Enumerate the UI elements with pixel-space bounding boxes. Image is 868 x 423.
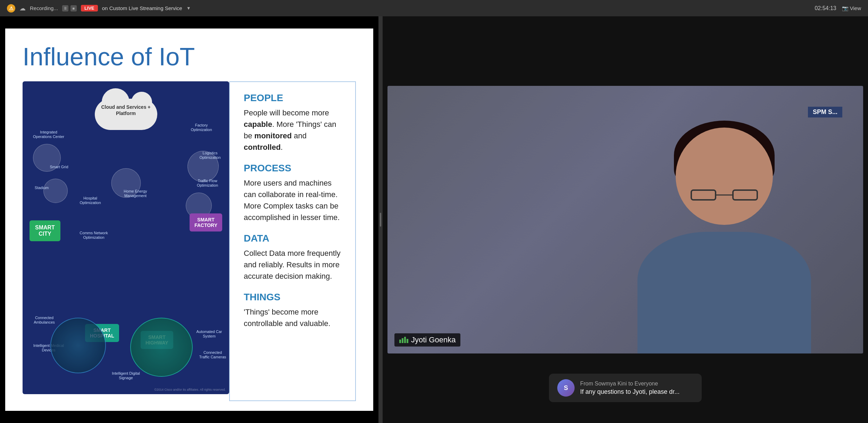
presenter-glasses [690,188,759,202]
divider-handle [380,213,381,227]
warning-icon: ⚠ [7,4,15,13]
right-info: PEOPLE People will become more capable. … [229,81,356,401]
label-comms-network: Comms Network Optimization [76,231,111,240]
chat-notification: S From Sowmya Kini to Everyone If any qu… [549,374,702,402]
info-section-people: PEOPLE People will become more capable. … [244,92,341,153]
view-icon: 📷 [842,5,849,11]
top-bar: ⚠ ☁ Recording... ⏸ ■ LIVE on Custom Live… [0,0,868,16]
info-heading-people: PEOPLE [244,92,341,104]
bar-chart-icon [399,337,408,343]
iot-diagram-inner: Cloud and Services + Platform Integrated… [23,81,229,394]
time-display: 02:54:13 [815,5,836,11]
slide-divider[interactable] [378,16,383,423]
label-connected-amb: Connected Ambulances [30,316,59,325]
smart-city-label: SMARTCITY [30,220,60,241]
presenter-figure [620,110,828,353]
label-digital-signage: Intelligent Digital Signage [105,371,147,380]
info-heading-process: PROCESS [244,163,341,174]
label-hospital-opt: Hospital Optimization [75,196,106,205]
label-factory-opt: Factory Optimization [187,123,215,132]
name-badge: Jyoti Goenka [394,333,460,347]
copyright-text: ©2014 Cisco and/or its affiliates. All r… [154,388,226,391]
chat-avatar: S [557,379,575,397]
svg-rect-1 [733,190,757,200]
label-integrated-ops: Integrated Operations Center [31,130,66,139]
info-text-process: More users and machines can collaborate … [244,177,341,223]
info-section-things: THINGS 'Things' become more controllable… [244,292,341,329]
info-section-data: DATA Collect Data more frequently and re… [244,233,341,282]
info-text-people: People will become more capable. More 'T… [244,107,341,153]
smart-factory-label: SMARTFACTORY [190,213,222,231]
slide-content: Influence of IoT Cloud and Services + Pl… [5,29,373,411]
iot-diagram: Cloud and Services + Platform Integrated… [23,81,229,394]
chat-sender: From Sowmya Kini to Everyone [580,381,679,387]
label-traffic-flow: Traffic Flow Optimization [191,179,224,188]
globe-2 [130,318,193,377]
stream-title: on Custom Live Streaming Service [102,5,182,11]
label-connected-cameras: Connected Traffic Cameras [198,350,227,359]
cloud-shape: Cloud and Services + Platform [88,92,164,137]
presenter-body [637,232,811,353]
main-area: Influence of IoT Cloud and Services + Pl… [0,16,868,423]
presenter-name: Jyoti Goenka [411,335,456,344]
dropdown-arrow-icon[interactable]: ▼ [186,6,191,11]
video-container: SPM S... [387,86,863,353]
top-bar-right: 02:54:13 📷 View [815,5,861,11]
recording-controls: ⏸ ■ [62,5,77,11]
info-heading-things: THINGS [244,292,341,303]
label-automated-car: Automated Car System [194,330,224,339]
info-text-data: Collect Data more frequently and reliabl… [244,247,341,282]
chat-message: If any questions to Jyoti, please dr... [580,388,679,396]
presenter-video: SPM S... [387,86,863,353]
live-badge: LIVE [81,5,98,11]
svg-rect-0 [691,190,716,200]
label-logistics: Logistics Optimization [194,151,226,160]
pause-button[interactable]: ⏸ [62,5,68,11]
globe-1 [50,318,106,373]
label-stadium: Stadium [30,186,54,190]
cloud-icon: ☁ [19,5,26,12]
slide-body: Cloud and Services + Platform Integrated… [23,81,356,401]
presenter-head [676,128,773,225]
recording-label: Recording... [30,5,58,11]
iot-node-2 [43,179,68,203]
label-home-energy: Home Energy Management [120,189,151,198]
stop-button[interactable]: ■ [70,5,77,11]
info-section-process: PROCESS More users and machines can coll… [244,163,341,223]
info-heading-data: DATA [244,233,341,244]
chat-text: From Sowmya Kini to Everyone If any ques… [580,381,679,396]
slide-title: Influence of IoT [23,42,356,71]
view-button[interactable]: 📷 View [842,5,861,11]
info-text-things: 'Things' become more controllable and va… [244,306,341,329]
cloud-text: Cloud and Services + Platform [98,104,154,116]
right-panel: SPM S... [383,16,868,423]
label-smart-grid: Smart Grid [45,165,73,169]
slide-panel: Influence of IoT Cloud and Services + Pl… [0,16,378,423]
